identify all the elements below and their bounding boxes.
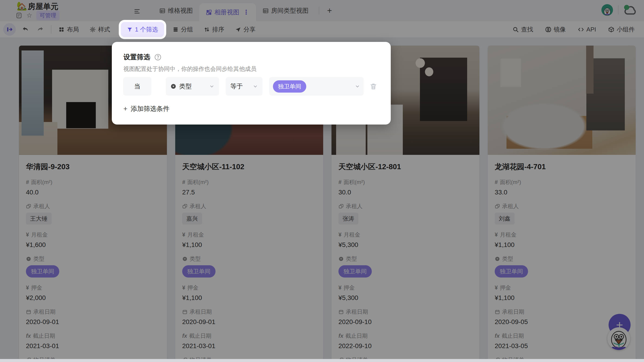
- chevron-down-icon: [209, 84, 214, 89]
- horizontal-scrollbar[interactable]: [0, 359, 644, 362]
- popup-subtitle: 视图配置处于协同中，你的操作也会同步给其他成员: [124, 65, 256, 73]
- chevron-down-icon: [253, 84, 258, 89]
- operator-select[interactable]: 等于: [226, 77, 262, 96]
- select-field-icon: [170, 83, 176, 89]
- field-select[interactable]: 类型: [166, 77, 219, 96]
- value-select[interactable]: 独卫单间: [269, 77, 364, 96]
- filter-button[interactable]: 1 个筛选: [121, 22, 164, 37]
- help-icon[interactable]: [154, 54, 161, 61]
- when-label-box: 当: [123, 77, 152, 96]
- filter-settings-popup: 设置筛选 视图配置处于协同中，你的操作也会同步给其他成员 当 类型 等于 独卫单…: [112, 42, 391, 124]
- popup-title: 设置筛选: [124, 52, 150, 62]
- delete-condition-icon[interactable]: [370, 83, 377, 90]
- selected-option-pill: 独卫单间: [273, 80, 306, 92]
- chevron-down-icon: [355, 84, 360, 89]
- add-condition-button[interactable]: + 添加筛选条件: [124, 104, 170, 113]
- funnel-icon: [127, 26, 133, 32]
- plus-icon: +: [124, 105, 128, 113]
- filter-condition-row: 当 类型 等于 独卫单间: [123, 77, 377, 96]
